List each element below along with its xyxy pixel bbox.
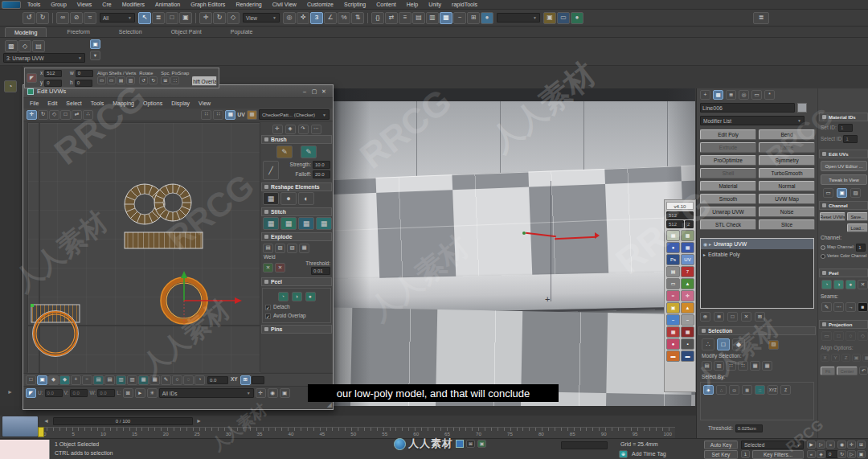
pixel-snap-icon[interactable]: ⊞ xyxy=(161,76,170,84)
reshape-grid-icon[interactable]: ▦ xyxy=(263,192,279,205)
brush-falloff-curve-icon[interactable]: ╱ xyxy=(263,161,279,180)
modifier-button[interactable]: Extrude xyxy=(700,142,756,153)
pin-stack-icon[interactable]: ⊕ xyxy=(700,312,710,322)
select-and-rotate-icon[interactable]: ↻ xyxy=(213,12,226,24)
pins-rollout-header[interactable]: Pins xyxy=(261,325,332,334)
peel-rollout-header[interactable]: Peel xyxy=(261,277,332,286)
key-filters-button[interactable]: Key Filters... xyxy=(752,450,804,459)
auto-key-button[interactable]: Auto Key xyxy=(704,441,738,449)
modifier-button[interactable]: ProOptimize xyxy=(700,155,756,166)
zoom-extents-icon[interactable]: ⊞ xyxy=(857,441,866,449)
relax-brush-icon[interactable]: ✎ xyxy=(301,145,317,158)
edit-seams-icon[interactable]: ✎ xyxy=(821,302,832,312)
current-frame-field[interactable]: 0 xyxy=(826,450,837,458)
display-tab-icon[interactable]: ▭ xyxy=(751,90,762,100)
menu-item[interactable]: Tools xyxy=(27,2,40,7)
minimize-icon[interactable]: – xyxy=(300,88,309,95)
angle-snap-icon[interactable]: ∠ xyxy=(324,12,337,24)
uv-mirror-icon[interactable]: ⇄ xyxy=(72,110,82,120)
configure-modifier-sets-icon[interactable]: ⊞ xyxy=(755,312,765,322)
modifier-button[interactable]: Smooth xyxy=(700,194,756,204)
best-align-icon[interactable]: ▣ xyxy=(852,354,861,362)
material-id-filter-dropdown[interactable]: All IDs▼ xyxy=(159,388,254,398)
uv-grid-snap-icon[interactable]: ⊞ xyxy=(240,375,251,385)
box-map-icon[interactable]: ◇ xyxy=(858,331,868,341)
explode-rollout-header[interactable]: Explode xyxy=(261,232,332,241)
go-to-end-icon[interactable]: » xyxy=(826,441,835,449)
explode-by-face-icon[interactable]: ▨ xyxy=(275,244,285,253)
mini-curve-editor-button[interactable] xyxy=(2,416,39,437)
weld-all-icon[interactable]: ✕ xyxy=(275,263,285,273)
stitch-custom-icon[interactable]: ▦ xyxy=(263,217,279,230)
tweak-in-view-button[interactable]: Tweak In View xyxy=(821,174,867,185)
modifier-button[interactable]: Normal xyxy=(759,181,815,191)
menu-item[interactable]: Views xyxy=(77,2,92,7)
modifier-button[interactable]: TurboSmooth xyxy=(759,168,815,178)
vertex-color-radio[interactable] xyxy=(821,254,825,259)
render-production-icon[interactable]: ● xyxy=(571,12,583,24)
projection-rollout-header[interactable]: Projection xyxy=(819,320,868,329)
next-frame-icon[interactable]: ▷ xyxy=(817,441,825,449)
menu-item[interactable]: Civil View xyxy=(272,2,297,7)
plugin-seven-icon[interactable]: 7 xyxy=(681,266,694,277)
schematic-view-icon[interactable]: ⊞ xyxy=(467,12,480,24)
seam-preview-icon[interactable]: ■ xyxy=(858,302,868,312)
texture-size-field-2[interactable]: 512 xyxy=(666,220,684,228)
plugin-uv-blue-icon[interactable]: ▦ xyxy=(681,242,694,253)
pivot-icon[interactable]: ◇ xyxy=(18,40,31,52)
uvw-menu-item[interactable]: Edit xyxy=(47,100,57,106)
tab-modeling[interactable]: Modeling xyxy=(5,27,47,37)
uv-mode-3-icon[interactable]: ▨ xyxy=(850,188,861,198)
peel-rollout-header-2[interactable]: Peel xyxy=(819,268,868,277)
play-animation-icon[interactable]: ▶ xyxy=(807,441,816,449)
tab-object-paint[interactable]: Object Paint xyxy=(162,27,211,36)
select-and-manipulate-icon[interactable]: ✜ xyxy=(297,12,309,24)
plugin-box-yellow-icon[interactable]: ▣ xyxy=(666,302,680,314)
stack-unwrap-uvw[interactable]: ◉ ▸Unwrap UVW xyxy=(701,239,813,249)
align-x-icon[interactable]: X xyxy=(821,354,829,362)
plugin-uv-plus-icon[interactable]: UV xyxy=(681,254,694,265)
tab-selection[interactable]: Selection xyxy=(110,27,151,36)
uvw-menu-item[interactable]: Tools xyxy=(91,100,104,106)
uv-face-mode-icon[interactable]: ◆ xyxy=(59,375,70,385)
viewport-layout-icon[interactable]: ◔ xyxy=(4,80,17,92)
rendered-frame-icon[interactable]: ▭ xyxy=(557,12,570,24)
edge-sub-icon[interactable]: □ xyxy=(717,338,730,350)
align-z-icon[interactable]: Z xyxy=(841,354,850,362)
modifier-button[interactable]: Symmetry xyxy=(759,155,815,166)
tile-v-icon[interactable]: ∷ xyxy=(213,110,223,120)
uv-rotate-icon[interactable]: ↻ xyxy=(38,110,48,120)
uvw-menu-item[interactable]: File xyxy=(30,100,39,106)
menu-item[interactable]: Scripting xyxy=(344,2,366,7)
channel-rollout-header[interactable]: Channel xyxy=(819,201,868,210)
uv-soft-selection-icon[interactable]: ◈ xyxy=(285,125,296,134)
uv-grow-icon[interactable]: + xyxy=(71,375,81,385)
align-shells-right-icon[interactable]: ▭ xyxy=(107,76,116,84)
frame-counter-field[interactable]: 0 / 100 xyxy=(53,417,193,425)
select-by-name-icon[interactable]: ≣ xyxy=(152,12,165,24)
select-and-scale-icon[interactable]: ◇ xyxy=(227,12,240,24)
stitch-rollout-header[interactable]: Stitch xyxy=(261,207,332,216)
reset-uvws-button[interactable]: Reset UVWs xyxy=(820,212,845,221)
plugin-orange-icon[interactable]: ▬ xyxy=(666,350,680,362)
uv-options-icon[interactable]: ⋯ xyxy=(311,125,321,134)
uv-transform-plus-icon[interactable]: ✛ xyxy=(272,125,283,134)
reshape-sphere-icon[interactable]: ● xyxy=(280,192,297,205)
map-channel-field[interactable]: 1 xyxy=(856,244,866,252)
reshape-half-sphere-icon[interactable]: ◐ xyxy=(298,192,314,205)
menu-item[interactable]: Help xyxy=(407,2,418,7)
view-align-icon[interactable]: ▦ xyxy=(862,354,868,362)
quick-peel-icon[interactable]: ◔ xyxy=(278,292,289,301)
walk-through-icon[interactable]: ▷ xyxy=(847,450,856,458)
modify-tab-icon[interactable]: ▩ xyxy=(713,90,723,100)
spherical-map-icon[interactable]: ○ xyxy=(845,331,856,341)
freeze-toggle-icon[interactable]: ✳ xyxy=(147,388,158,398)
modifier-button[interactable]: Unwrap UVW xyxy=(700,207,756,217)
uv-mode-2-icon[interactable]: ▣ xyxy=(837,188,847,198)
weld-threshold-field[interactable]: 0.01 xyxy=(311,267,330,275)
shrink-selection-icon[interactable]: ▥ xyxy=(714,361,724,371)
zoom-region-icon[interactable]: ▣ xyxy=(280,388,290,398)
plugin-tree-icon[interactable]: ▲ xyxy=(681,278,694,289)
fit-button[interactable]: Fit xyxy=(821,367,835,375)
undo-icon[interactable]: ↺ xyxy=(23,12,35,24)
